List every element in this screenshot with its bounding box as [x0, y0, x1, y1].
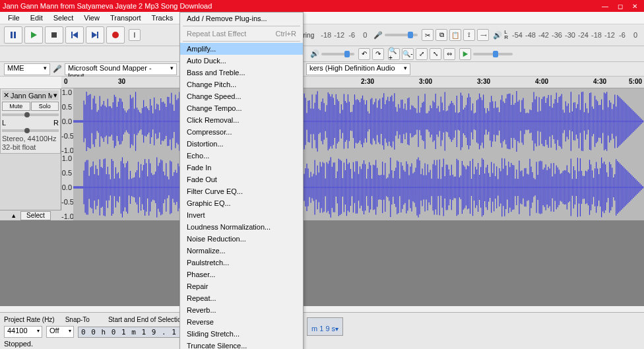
- play-at-speed-button[interactable]: [459, 48, 471, 60]
- record-meter-scale: -18-12-60: [321, 31, 370, 39]
- project-rate-select[interactable]: 44100: [4, 326, 42, 338]
- effect-item[interactable]: Paulstretch...: [180, 257, 303, 269]
- svg-rect-0: [11, 32, 13, 38]
- pause-button[interactable]: [4, 26, 22, 44]
- effect-item[interactable]: Sliding Stretch...: [180, 328, 303, 340]
- effect-item[interactable]: Click Removal...: [180, 114, 303, 126]
- mic-icon: 🎤: [53, 65, 62, 73]
- effect-item[interactable]: Reverse: [180, 316, 303, 328]
- redo-button[interactable]: ↷: [372, 48, 384, 60]
- menu-view[interactable]: View: [79, 13, 105, 23]
- svg-marker-2: [31, 32, 37, 38]
- track-collapse-bar[interactable]: ▲ Select: [0, 210, 61, 220]
- track-area: ✕ Jann Gann M ▾ Mute Solo LR Stereo, 441…: [0, 88, 644, 306]
- waveform-area[interactable]: 1.00.50.0-0.5-1.0 1.00.50.0-0.5-1.0: [61, 88, 644, 306]
- effect-item[interactable]: Bass and Treble...: [180, 67, 303, 79]
- effect-item[interactable]: Amplify...: [180, 43, 303, 55]
- stop-button[interactable]: [45, 26, 63, 44]
- effect-item[interactable]: Graphic EQ...: [180, 197, 303, 209]
- maximize-button[interactable]: ◻: [618, 3, 623, 10]
- effect-item[interactable]: Truncate Silence...: [180, 340, 303, 349]
- svg-point-8: [112, 32, 119, 38]
- effect-item[interactable]: Normalize...: [180, 245, 303, 257]
- svg-rect-4: [71, 32, 73, 38]
- copy-button[interactable]: ⧉: [435, 29, 447, 41]
- effect-item[interactable]: Auto Duck...: [180, 55, 303, 67]
- effect-item[interactable]: Change Tempo...: [180, 102, 303, 114]
- menu-edit[interactable]: Edit: [25, 13, 48, 23]
- menu-file[interactable]: File: [3, 13, 25, 23]
- selection-label: Start and End of Selection: [108, 316, 185, 323]
- pan-slider[interactable]: [2, 129, 59, 132]
- effect-item[interactable]: Fade Out: [180, 174, 303, 185]
- trim-button[interactable]: ⟟: [463, 29, 475, 41]
- minimize-button[interactable]: —: [602, 3, 608, 10]
- play-button[interactable]: [24, 26, 43, 44]
- effect-item[interactable]: Distortion...: [180, 138, 303, 150]
- menu-transport[interactable]: Transport: [105, 13, 146, 23]
- toolbar-row2: 🔊 ↶ ↷ 🔍+ 🔍- ⤢ ⤡ ⇔: [0, 46, 644, 62]
- fit-project-button[interactable]: ⤡: [430, 48, 441, 60]
- mic-icon: 🎤: [373, 31, 383, 40]
- menu-separator: [183, 26, 300, 26]
- device-toolbar: MME 🎤 Microsoft Sound Mapper - Input ker…: [0, 62, 644, 77]
- effect-item[interactable]: Repeat...: [180, 292, 303, 304]
- menu-select[interactable]: Select: [48, 13, 79, 23]
- skip-end-button[interactable]: [86, 26, 104, 44]
- cut-button[interactable]: ✂: [422, 29, 434, 41]
- zoom-out-button[interactable]: 🔍-: [402, 48, 414, 60]
- play-speed-slider[interactable]: [473, 53, 513, 55]
- track-menu-icon[interactable]: ▾: [53, 91, 57, 100]
- close-button[interactable]: ✕: [632, 3, 637, 10]
- effect-item[interactable]: Reverb...: [180, 304, 303, 316]
- timeline-ruler[interactable]: 0 30 2:30 3:00 3:30 4:00 4:30 5:00: [61, 77, 644, 88]
- gain-slider[interactable]: [2, 113, 59, 116]
- record-volume-slider[interactable]: [385, 34, 418, 36]
- effect-item[interactable]: Change Speed...: [180, 90, 303, 102]
- zoom-in-button[interactable]: 🔍+: [388, 48, 400, 60]
- waveform-channel-left[interactable]: [73, 88, 644, 154]
- collapse-icon[interactable]: ▲: [11, 212, 16, 219]
- select-track-button[interactable]: Select: [20, 211, 51, 220]
- menu-tracks[interactable]: Tracks: [146, 13, 179, 23]
- effect-item[interactable]: Echo...: [180, 150, 303, 162]
- waveform-channel-right[interactable]: [73, 154, 644, 220]
- effect-item[interactable]: Repair: [180, 280, 303, 292]
- silence-button[interactable]: ⟞: [477, 29, 489, 41]
- menubar: File Edit Select View Transport Tracks G…: [0, 12, 644, 24]
- snapto-select[interactable]: Off: [46, 326, 74, 338]
- record-button[interactable]: [106, 26, 125, 44]
- solo-button[interactable]: Solo: [31, 102, 59, 111]
- effect-item[interactable]: Change Pitch...: [180, 79, 303, 90]
- toolbar: I Start Monitoring -18-12-60 🎤 ✂ ⧉ 📋 ⟟ ⟞…: [0, 24, 644, 46]
- close-track-icon[interactable]: ✕: [3, 91, 9, 100]
- paste-button[interactable]: 📋: [449, 29, 461, 41]
- recording-device-select[interactable]: Microsoft Sound Mapper - Input: [65, 63, 177, 75]
- playback-volume-slider[interactable]: [321, 53, 354, 55]
- undo-button[interactable]: ↶: [358, 48, 370, 60]
- selection-tool-icon[interactable]: I: [129, 29, 141, 41]
- play-meter-scale: -54-48-42-36-30-24-18-12-60: [512, 31, 640, 39]
- selection-toolbar: Project Rate (Hz) Snap-To Start and End …: [0, 312, 644, 349]
- audio-position-display[interactable]: m 1 9 s▾: [307, 317, 343, 336]
- svg-rect-1: [14, 32, 16, 38]
- effect-item[interactable]: Noise Reduction...: [180, 233, 303, 245]
- mute-button[interactable]: Mute: [2, 102, 30, 111]
- effect-menu-dropdown: Add / Remove Plug-ins... Repeat Last Eff…: [179, 12, 304, 349]
- effect-item[interactable]: Phaser...: [180, 269, 303, 280]
- track-name[interactable]: Jann Gann M: [11, 92, 52, 100]
- skip-start-button[interactable]: [65, 26, 84, 44]
- audio-host-select[interactable]: MME: [4, 63, 50, 75]
- fit-selection-button[interactable]: ⤢: [416, 48, 428, 60]
- zoom-toggle-button[interactable]: ⇔: [443, 48, 455, 60]
- effect-add-remove-plugins[interactable]: Add / Remove Plug-ins...: [180, 13, 303, 24]
- speaker-icon: 🔊: [493, 31, 502, 40]
- effect-item[interactable]: Filter Curve EQ...: [180, 185, 303, 197]
- project-rate-label: Project Rate (Hz): [4, 316, 55, 323]
- svg-rect-6: [97, 32, 98, 38]
- effect-item[interactable]: Compressor...: [180, 126, 303, 138]
- effect-item[interactable]: Fade In: [180, 162, 303, 174]
- playback-device-select[interactable]: kers (High Definition Audio: [306, 63, 410, 75]
- effect-item[interactable]: Invert: [180, 209, 303, 221]
- effect-item[interactable]: Loudness Normalization...: [180, 221, 303, 233]
